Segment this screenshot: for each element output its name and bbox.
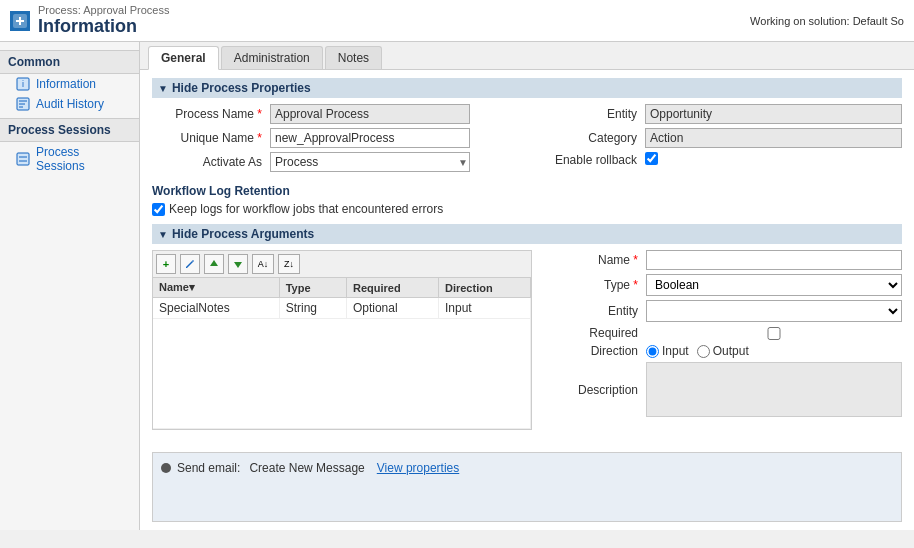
step-label: Create New Message xyxy=(249,461,364,475)
col-type-header[interactable]: Type xyxy=(279,278,346,298)
arg-name-label: Name xyxy=(548,253,638,267)
arg-entity-select[interactable] xyxy=(646,300,902,322)
col-name-header[interactable]: Name▾ xyxy=(153,278,279,298)
activate-as-wrapper: Process ▼ xyxy=(270,152,470,172)
tab-notes[interactable]: Notes xyxy=(325,46,382,69)
right-column: Entity Category Enable rollback xyxy=(537,104,902,176)
direction-output-radio-item: Output xyxy=(697,344,749,358)
process-icon xyxy=(10,11,30,31)
process-name-input[interactable] xyxy=(270,104,470,124)
process-properties-form: Process Name Unique Name Activate As Pro xyxy=(152,104,902,176)
enable-rollback-checkbox-wrap xyxy=(645,152,902,168)
argument-details-panel: Name Type Boolean String Integer xyxy=(540,250,902,438)
header-left: Process: Approval Process Information xyxy=(10,4,169,37)
sidebar-item-information[interactable]: i Information xyxy=(0,74,139,94)
step-bullet-icon xyxy=(161,463,171,473)
sidebar-item-audit[interactable]: Audit History xyxy=(0,94,139,114)
steps-area: Send email: Create New Message View prop… xyxy=(152,452,902,522)
unique-name-input[interactable] xyxy=(270,128,470,148)
wf-log-checkbox-label: Keep logs for workflow jobs that encount… xyxy=(169,202,443,216)
arg-name-cell: SpecialNotes xyxy=(153,298,279,319)
sort-az-button[interactable]: A↓ xyxy=(252,254,274,274)
sidebar: Common i Information Audit History Proce… xyxy=(0,42,140,530)
add-argument-button[interactable]: + xyxy=(156,254,176,274)
arg-details-grid: Name Type Boolean String Integer xyxy=(548,250,902,417)
step-view-link[interactable]: View properties xyxy=(377,461,460,475)
edit-argument-button[interactable] xyxy=(180,254,200,274)
activate-as-label: Activate As xyxy=(152,155,262,169)
arg-direction-label: Direction xyxy=(548,344,638,358)
arg-direction-radio-group: Input Output xyxy=(646,344,902,358)
arg-entity-label: Entity xyxy=(548,304,638,318)
enable-rollback-label: Enable rollback xyxy=(537,153,637,167)
hide-process-arguments-label: Hide Process Arguments xyxy=(172,227,314,241)
args-table: Name▾ Type Required Direction SpecialNot… xyxy=(153,278,531,429)
form-area: ▼ Hide Process Properties Process Name U… xyxy=(140,70,914,444)
step-prefix: Send email: xyxy=(177,461,240,475)
sidebar-process-sessions-header: Process Sessions xyxy=(0,118,139,142)
args-toolbar: + A↓ Z↓ xyxy=(152,250,532,277)
sidebar-information-label: Information xyxy=(36,77,96,91)
wf-log-checkbox[interactable] xyxy=(152,203,165,216)
move-down-button[interactable] xyxy=(228,254,248,274)
arg-required-cell: Optional xyxy=(346,298,438,319)
app-header: Process: Approval Process Information Wo… xyxy=(0,0,914,42)
step-row-1: Send email: Create New Message View prop… xyxy=(161,461,893,475)
page-title: Information xyxy=(38,16,169,37)
process-sessions-icon xyxy=(16,152,30,166)
move-up-button[interactable] xyxy=(204,254,224,274)
table-row[interactable]: SpecialNotes String Optional Input xyxy=(153,298,531,319)
right-properties-grid: Entity Category Enable rollback xyxy=(537,104,902,168)
entity-input xyxy=(645,104,902,124)
hide-process-properties-label: Hide Process Properties xyxy=(172,81,311,95)
arg-type-select-wrap: Boolean String Integer xyxy=(646,274,902,296)
direction-output-radio[interactable] xyxy=(697,345,710,358)
tab-administration[interactable]: Administration xyxy=(221,46,323,69)
arg-required-checkbox[interactable] xyxy=(646,327,902,340)
enable-rollback-checkbox[interactable] xyxy=(645,152,658,165)
arg-type-cell: String xyxy=(279,298,346,319)
wf-log-title: Workflow Log Retention xyxy=(152,184,902,198)
hide-process-properties-header[interactable]: ▼ Hide Process Properties xyxy=(152,78,902,98)
category-input xyxy=(645,128,902,148)
col-direction-header[interactable]: Direction xyxy=(438,278,530,298)
tab-bar: General Administration Notes xyxy=(140,42,914,70)
arguments-two-panel: + A↓ Z↓ xyxy=(152,250,902,438)
args-table-container: Name▾ Type Required Direction SpecialNot… xyxy=(152,277,532,430)
arg-description-label: Description xyxy=(548,383,638,397)
header-subtitle-wrap: Process: Approval Process Information xyxy=(38,4,169,37)
tab-general[interactable]: General xyxy=(148,46,219,70)
sidebar-common-header: Common xyxy=(0,50,139,74)
sidebar-process-sessions-label: Process Sessions xyxy=(36,145,131,173)
content-area: General Administration Notes ▼ Hide Proc… xyxy=(140,42,914,530)
direction-input-radio[interactable] xyxy=(646,345,659,358)
args-collapse-icon: ▼ xyxy=(158,229,168,240)
arg-type-select[interactable]: Boolean String Integer xyxy=(646,274,902,296)
entity-label: Entity xyxy=(537,107,637,121)
working-on-label: Working on solution: Default So xyxy=(750,15,904,27)
arg-required-label: Required xyxy=(548,326,638,340)
hide-process-arguments-header[interactable]: ▼ Hide Process Arguments xyxy=(152,224,902,244)
unique-name-label: Unique Name xyxy=(152,131,262,145)
svg-text:i: i xyxy=(22,79,24,89)
col-required-header[interactable]: Required xyxy=(346,278,438,298)
svg-rect-4 xyxy=(17,153,29,165)
arguments-left-panel: + A↓ Z↓ xyxy=(152,250,532,438)
sort-za-button[interactable]: Z↓ xyxy=(278,254,300,274)
arg-direction-cell: Input xyxy=(438,298,530,319)
wf-log-section: Workflow Log Retention Keep logs for wor… xyxy=(152,184,902,216)
main-layout: Common i Information Audit History Proce… xyxy=(0,42,914,530)
arg-name-field[interactable] xyxy=(646,250,902,270)
direction-input-label: Input xyxy=(662,344,689,358)
direction-output-label: Output xyxy=(713,344,749,358)
collapse-icon: ▼ xyxy=(158,83,168,94)
activate-as-select[interactable]: Process xyxy=(270,152,470,172)
category-label: Category xyxy=(537,131,637,145)
sidebar-item-process-sessions[interactable]: Process Sessions xyxy=(0,142,139,176)
arg-description-textarea[interactable] xyxy=(646,362,902,417)
sidebar-audit-label: Audit History xyxy=(36,97,104,111)
arg-entity-select-wrap xyxy=(646,300,902,322)
info-icon: i xyxy=(16,77,30,91)
direction-input-radio-item: Input xyxy=(646,344,689,358)
process-name-label: Process Name xyxy=(152,107,262,121)
